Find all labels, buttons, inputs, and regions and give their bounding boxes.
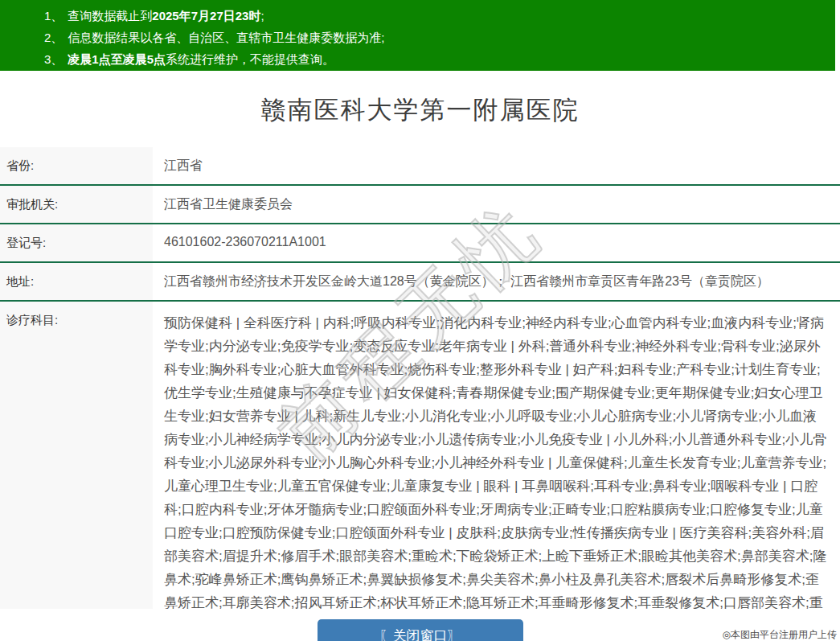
field-value: 江西省卫生健康委员会	[153, 186, 840, 223]
notice-number: 2、	[44, 31, 63, 44]
notice-text: ;	[260, 9, 264, 23]
notice-text-bold: 2025年7月27日23时	[152, 9, 260, 23]
field-value: 46101602-236070211A1001	[153, 224, 840, 261]
hospital-info-table: 省份: 江西省 审批机关: 江西省卫生健康委员会 登记号: 46101602-2…	[0, 147, 840, 609]
info-row-medical-departments: 诊疗科目: 预防保健科 | 全科医疗科 | 内科;呼吸内科专业;消化内科专业;神…	[0, 302, 840, 609]
notice-number: 3、	[44, 52, 63, 66]
notice-number: 1、	[44, 9, 63, 23]
field-label: 地址:	[0, 263, 153, 300]
info-row-province: 省份: 江西省	[0, 147, 840, 186]
info-row-approval-authority: 审批机关: 江西省卫生健康委员会	[0, 186, 840, 224]
image-credit-watermark: ◎本图由平台注册用户上传	[723, 628, 837, 641]
notice-line-1: 1、查询数据截止到2025年7月27日23时;	[44, 5, 835, 27]
notice-line-2: 2、信息数据结果以各省、自治区、直辖市卫生健康委数据为准;	[44, 27, 835, 48]
notice-text-bold: 凌晨1点至凌晨5点	[68, 52, 166, 66]
notice-line-3: 3、凌晨1点至凌晨5点系统进行维护，不能提供查询。	[44, 48, 835, 70]
notice-text: 系统进行维护，不能提供查询。	[166, 52, 334, 66]
notice-banner: 1、查询数据截止到2025年7月27日23时; 2、信息数据结果以各省、自治区、…	[0, 0, 835, 71]
field-value: 江西省	[153, 147, 840, 184]
close-window-button[interactable]: 〖关闭窗口〗	[318, 619, 523, 641]
field-label: 省份:	[0, 147, 153, 184]
page-title: 赣南医科大学第一附属医院	[0, 93, 840, 127]
field-label: 登记号:	[0, 224, 153, 261]
field-label: 审批机关:	[0, 186, 153, 223]
info-row-registration-number: 登记号: 46101602-236070211A1001	[0, 224, 840, 263]
field-label: 诊疗科目:	[0, 302, 153, 609]
notice-text: 信息数据结果以各省、自治区、直辖市卫生健康委数据为准;	[68, 31, 384, 44]
notice-text: 查询数据截止到	[68, 9, 152, 23]
info-row-address: 地址: 江西省赣州市经济技术开发区金岭大道128号（黄金院区）； 江西省赣州市章…	[0, 263, 840, 302]
field-value: 预防保健科 | 全科医疗科 | 内科;呼吸内科专业;消化内科专业;神经内科专业;…	[153, 302, 840, 609]
field-value: 江西省赣州市经济技术开发区金岭大道128号（黄金院区）； 江西省赣州市章贡区青年…	[153, 263, 840, 300]
